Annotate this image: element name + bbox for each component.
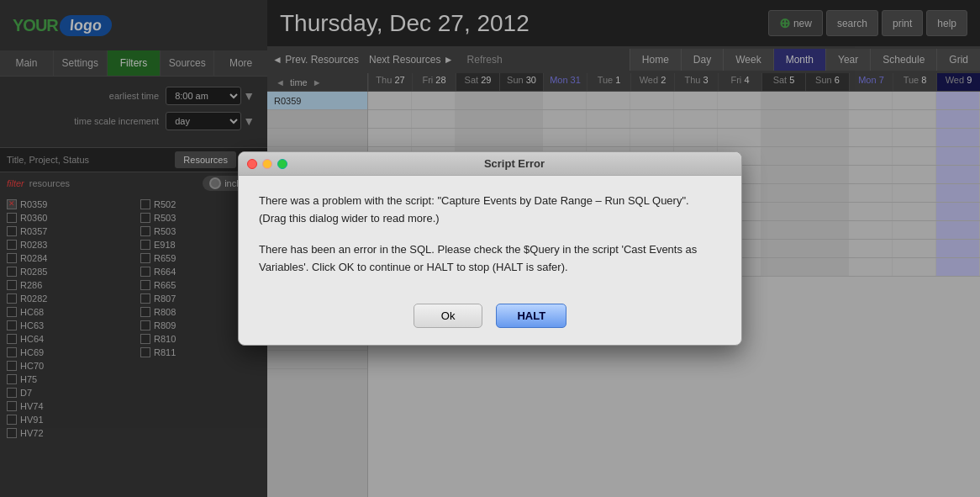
dialog-ok-button[interactable]: Ok [414, 304, 483, 328]
dialog-traffic-lights [247, 159, 287, 169]
dialog-close-btn[interactable] [247, 159, 257, 169]
dialog-maximize-btn[interactable] [277, 159, 287, 169]
dialog-title: Script Error [296, 157, 733, 170]
script-error-dialog: Script Error There was a problem with th… [238, 151, 742, 345]
dialog-halt-button[interactable]: HALT [496, 304, 566, 328]
dialog-body: There was a problem with the script: "Ca… [239, 176, 741, 293]
dialog-overlay: Script Error There was a problem with th… [0, 0, 980, 497]
dialog-minimize-btn[interactable] [262, 159, 272, 169]
dialog-titlebar: Script Error [239, 152, 741, 176]
dialog-buttons: Ok HALT [239, 293, 741, 345]
dialog-message2: There has been an error in the SQL. Plea… [259, 241, 721, 277]
dialog-message1: There was a problem with the script: "Ca… [259, 193, 721, 228]
